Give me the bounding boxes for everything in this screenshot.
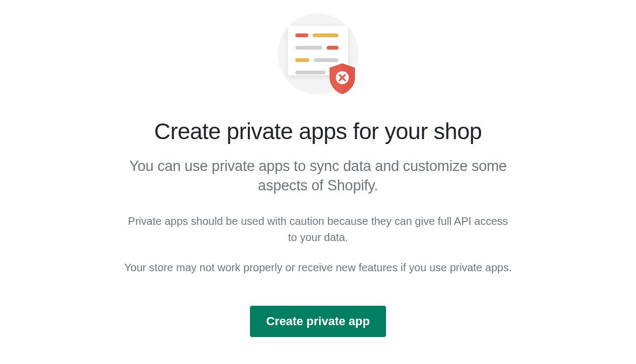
page-title: Create private apps for your shop	[124, 119, 512, 145]
content-area: Create private apps for your shop You ca…	[124, 119, 512, 337]
caution-text: Private apps should be used with caution…	[124, 213, 512, 245]
warning-text: Your store may not work properly or rece…	[124, 259, 512, 276]
create-private-app-button[interactable]: Create private app	[250, 306, 386, 337]
shield-x-icon	[328, 63, 357, 95]
page-subtitle: You can use private apps to sync data an…	[124, 156, 512, 196]
illustration-document-shield	[275, 11, 361, 97]
